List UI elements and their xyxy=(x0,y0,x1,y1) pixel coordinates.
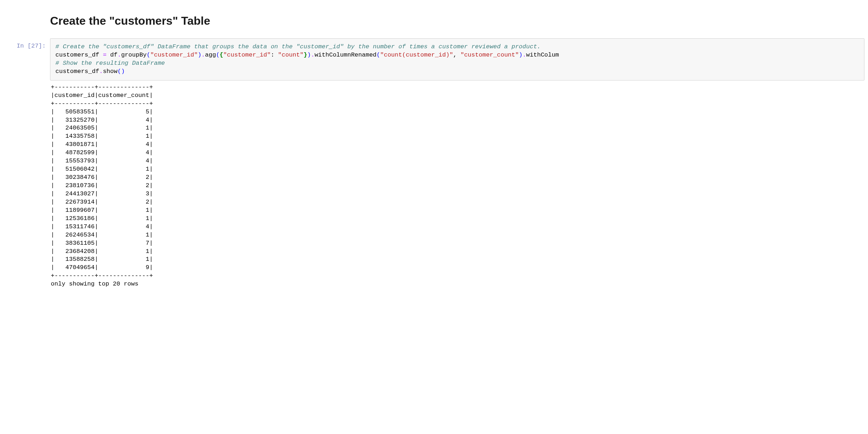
output-cell: +-----------+--------------+ |customer_i… xyxy=(0,83,868,288)
input-prompt: In [27]: xyxy=(4,38,50,49)
code-cell: In [27]: # Create the "customers_df" Dat… xyxy=(0,38,868,81)
output-prompt-spacer xyxy=(4,83,50,88)
code-comment: # Create the "customers_df" DataFrame th… xyxy=(55,43,541,50)
section-heading: Create the "customers" Table xyxy=(50,14,868,28)
code-input-area[interactable]: # Create the "customers_df" DataFrame th… xyxy=(50,38,864,81)
markdown-cell: Create the "customers" Table xyxy=(0,7,868,38)
code-comment: # Show the resulting DataFrame xyxy=(55,60,165,67)
notebook-container: Create the "customers" Table In [27]: # … xyxy=(0,7,868,288)
output-text: +-----------+--------------+ |customer_i… xyxy=(50,83,864,288)
